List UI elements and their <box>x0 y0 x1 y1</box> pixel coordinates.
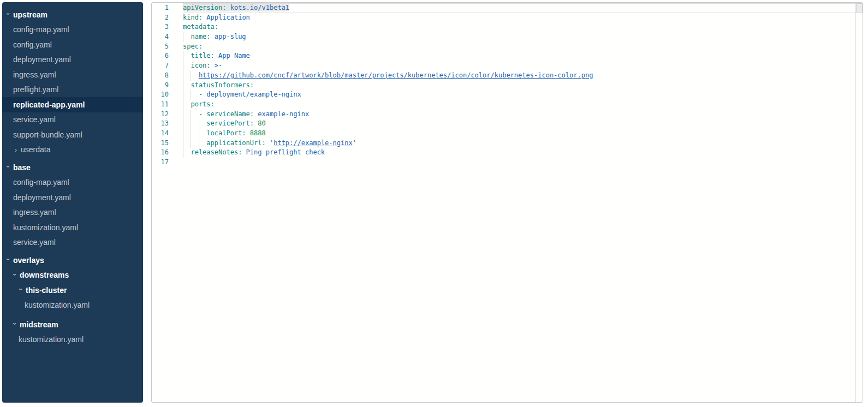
line-number[interactable]: 13 <box>152 119 169 129</box>
tree-item-config-yaml[interactable]: config.yaml <box>2 37 143 52</box>
tree-item-upstream[interactable]: ›upstream <box>2 7 143 22</box>
code-text: https://github.com/cncf/artwork/blob/mas… <box>199 71 593 79</box>
line-number[interactable]: 10 <box>152 90 169 100</box>
tree-item-config-map-yaml[interactable]: config-map.yaml <box>2 175 143 190</box>
code-line-content[interactable]: applicationUrl: 'http://example-nginx' <box>183 139 855 148</box>
tree-item-userdata[interactable]: ›userdata <box>2 142 143 158</box>
tree-item-replicated-app-yaml[interactable]: replicated-app.yaml <box>2 97 143 112</box>
code-line-content[interactable]: metadata: <box>183 22 855 32</box>
indent-guide <box>199 139 199 148</box>
chevron-down-icon: › <box>5 164 12 170</box>
tree-item-ingress-yaml[interactable]: ingress.yaml <box>2 205 143 220</box>
code-line[interactable]: 9statusInformers: <box>152 81 855 91</box>
editor-scrollbar[interactable] <box>855 3 863 402</box>
code-line[interactable]: 10- deployment/example-nginx <box>152 90 855 100</box>
tree-item-label: midstream <box>20 320 58 329</box>
code-line-content[interactable]: releaseNotes: Ping preflight check <box>183 148 855 158</box>
code-line[interactable]: 6title: App Name <box>152 51 855 61</box>
code-line[interactable]: 13servicePort: 80 <box>152 119 855 129</box>
code-line[interactable]: 8https://github.com/cncf/artwork/blob/ma… <box>152 71 855 81</box>
tree-item-support-bundle-yaml[interactable]: support-bundle.yaml <box>2 127 143 142</box>
line-number[interactable]: 15 <box>152 139 169 148</box>
tree-item-this-cluster[interactable]: ›this-cluster <box>2 283 143 298</box>
code-token-key: name: <box>191 33 210 40</box>
line-number[interactable]: 16 <box>152 148 169 158</box>
code-token-plain <box>211 62 215 69</box>
code-line-content[interactable]: name: app-slug <box>183 32 855 42</box>
code-line-content[interactable]: kind: Application <box>183 13 855 23</box>
code-line[interactable]: 11ports: <box>152 100 855 110</box>
line-number[interactable]: 17 <box>152 158 169 167</box>
tree-item-base[interactable]: ›base <box>2 160 143 175</box>
chevron-down-icon: › <box>17 287 25 292</box>
line-number[interactable]: 4 <box>152 32 169 42</box>
code-line-content[interactable]: https://github.com/cncf/artwork/blob/mas… <box>183 71 855 81</box>
code-line-content[interactable]: localPort: 8888 <box>183 129 855 139</box>
indent-guide <box>191 139 191 148</box>
tree-item-kustomization-yaml[interactable]: kustomization.yaml <box>2 298 143 313</box>
tree-item-ingress-yaml[interactable]: ingress.yaml <box>2 67 143 82</box>
line-number[interactable]: 5 <box>152 42 169 52</box>
line-number[interactable]: 11 <box>152 100 169 110</box>
code-line-content[interactable]: apiVersion: kots.io/v1beta1 <box>183 3 855 13</box>
line-number[interactable]: 12 <box>152 110 169 119</box>
code-text: kind: Application <box>183 14 250 21</box>
code-line-content[interactable]: icon: >- <box>183 61 855 71</box>
indent-guide <box>183 71 183 81</box>
code-line-content[interactable]: - serviceName: example-nginx <box>183 110 855 119</box>
line-number[interactable]: 6 <box>152 51 169 61</box>
indent-guide <box>183 32 183 42</box>
code-token-key: servicePort: <box>206 119 254 127</box>
code-line[interactable]: 14localPort: 8888 <box>152 129 855 139</box>
tree-item-kustomization-yaml[interactable]: kustomization.yaml <box>2 332 143 348</box>
line-number[interactable]: 3 <box>152 22 169 32</box>
line-number[interactable]: 1 <box>152 3 169 13</box>
indent-guide <box>191 129 191 139</box>
code-line[interactable]: 12- serviceName: example-nginx <box>152 110 855 119</box>
tree-item-label: upstream <box>13 10 47 19</box>
tree-item-deployment-yaml[interactable]: deployment.yaml <box>2 52 143 68</box>
code-line-content[interactable]: - deployment/example-nginx <box>183 90 855 100</box>
code-editor-surface[interactable]: 1apiVersion: kots.io/v1beta12kind: Appli… <box>152 3 855 402</box>
code-line-content[interactable]: servicePort: 80 <box>183 119 855 129</box>
code-line-content[interactable] <box>183 158 855 167</box>
code-line[interactable]: 7icon: >- <box>152 61 855 71</box>
line-number[interactable]: 2 <box>152 13 169 23</box>
code-token-key: ports: <box>191 100 214 108</box>
line-number[interactable]: 8 <box>152 71 169 81</box>
indent-guide <box>183 61 183 71</box>
code-token-value: kots.io/v1beta1 <box>230 4 289 11</box>
tree-item-downstreams[interactable]: ›downstreams <box>2 268 143 283</box>
line-number[interactable]: 14 <box>152 129 169 139</box>
line-number[interactable]: 7 <box>152 61 169 71</box>
code-link[interactable]: http://example-nginx <box>274 139 353 147</box>
code-line-content[interactable]: ports: <box>183 100 855 110</box>
code-line[interactable]: 17 <box>152 158 855 167</box>
code-link[interactable]: https://github.com/cncf/artwork/blob/mas… <box>199 71 593 79</box>
code-line-content[interactable]: spec: <box>183 42 855 52</box>
tree-item-deployment-yaml[interactable]: deployment.yaml <box>2 190 143 205</box>
code-line[interactable]: 16releaseNotes: Ping preflight check <box>152 148 855 158</box>
code-line-content[interactable]: title: App Name <box>183 51 855 61</box>
line-number[interactable]: 9 <box>152 81 169 91</box>
code-line[interactable]: 15applicationUrl: 'http://example-nginx' <box>152 139 855 148</box>
code-token-num: 80 <box>258 119 265 127</box>
tree-item-label: config-map.yaml <box>13 25 69 34</box>
code-line[interactable]: 4name: app-slug <box>152 32 855 42</box>
code-line-content[interactable]: statusInformers: <box>183 81 855 91</box>
tree-item-config-map-yaml[interactable]: config-map.yaml <box>2 22 143 38</box>
tree-item-overlays[interactable]: ›overlays <box>2 253 143 268</box>
code-line[interactable]: 2kind: Application <box>152 13 855 23</box>
code-line[interactable]: 5spec: <box>152 42 855 52</box>
tree-item-service-yaml[interactable]: service.yaml <box>2 112 143 128</box>
tree-item-kustomization-yaml[interactable]: kustomization.yaml <box>2 220 143 235</box>
code-line[interactable]: 1apiVersion: kots.io/v1beta1 <box>152 3 855 13</box>
code-token-value: example-nginx <box>258 110 309 118</box>
tree-item-service-yaml[interactable]: service.yaml <box>2 235 143 250</box>
tree-item-midstream[interactable]: ›midstream <box>2 317 143 332</box>
tree-item-preflight-yaml[interactable]: preflight.yaml <box>2 82 143 98</box>
code-line[interactable]: 3metadata: <box>152 22 855 32</box>
code-token-value: >- <box>215 62 222 69</box>
tree-item-label: base <box>13 163 31 172</box>
tree-item-label: service.yaml <box>13 115 56 124</box>
